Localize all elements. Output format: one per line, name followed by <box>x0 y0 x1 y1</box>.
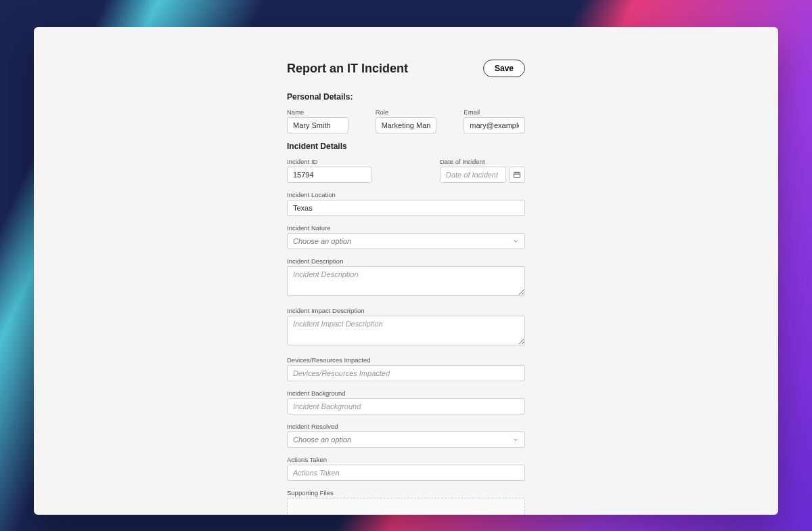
impact-textarea[interactable] <box>287 316 525 345</box>
incident-id-wrap: Incident ID <box>287 158 372 183</box>
email-label: Email <box>464 108 525 116</box>
nature-wrap: Incident Nature Choose an option <box>287 224 525 249</box>
save-button[interactable]: Save <box>483 60 525 77</box>
chevron-down-icon <box>512 238 519 245</box>
date-label: Date of Incident <box>440 158 525 165</box>
location-wrap: Incident Location <box>287 191 525 216</box>
page-title: Report an IT Incident <box>287 62 408 76</box>
calendar-button[interactable] <box>509 167 525 183</box>
nature-select-value: Choose an option <box>293 237 351 245</box>
impact-wrap: Incident Impact Description <box>287 307 525 348</box>
email-field-wrap: Email <box>464 108 525 133</box>
section-incident-title: Incident Details <box>287 142 525 151</box>
location-label: Incident Location <box>287 191 525 198</box>
actions-input[interactable] <box>287 465 525 481</box>
name-field-wrap: Name <box>287 108 348 133</box>
location-input[interactable] <box>287 200 525 216</box>
background-label: Incident Background <box>287 389 525 397</box>
role-label: Role <box>376 108 437 116</box>
resolved-select-value: Choose an option <box>293 436 351 444</box>
incident-id-input <box>287 167 372 183</box>
resolved-select[interactable]: Choose an option <box>287 431 525 448</box>
description-wrap: Incident Description <box>287 257 525 299</box>
background-wrap: Incident Background <box>287 389 525 415</box>
description-label: Incident Description <box>287 257 525 265</box>
date-input[interactable] <box>440 167 506 183</box>
name-input[interactable] <box>287 117 348 133</box>
section-personal-title: Personal Details: <box>287 92 525 102</box>
incident-id-label: Incident ID <box>287 158 372 165</box>
background-input[interactable] <box>287 398 525 415</box>
nature-label: Incident Nature <box>287 224 525 232</box>
files-label: Supporting Files <box>287 489 525 496</box>
files-wrap: Supporting Files Drag and drop your <box>287 489 525 515</box>
chevron-down-icon <box>512 436 519 443</box>
actions-wrap: Actions Taken <box>287 456 525 481</box>
impact-label: Incident Impact Description <box>287 307 525 314</box>
description-textarea[interactable] <box>287 266 525 296</box>
role-input[interactable] <box>376 117 437 133</box>
resolved-label: Incident Resolved <box>287 423 525 430</box>
file-dropzone[interactable]: Drag and drop your file Select a file to… <box>287 498 525 515</box>
date-wrap: Date of Incident <box>440 158 525 183</box>
form-container: Report an IT Incident Save Personal Deta… <box>287 27 525 515</box>
personal-row: Name Role Email <box>287 108 525 133</box>
svg-rect-0 <box>514 173 520 178</box>
email-input[interactable] <box>464 117 525 133</box>
devices-input[interactable] <box>287 365 525 381</box>
role-field-wrap: Role <box>376 108 437 133</box>
name-label: Name <box>287 108 348 116</box>
incident-id-date-row: Incident ID Date of Incident <box>287 158 525 183</box>
app-window: Report an IT Incident Save Personal Deta… <box>34 27 778 515</box>
actions-label: Actions Taken <box>287 456 525 463</box>
devices-wrap: Devices/Resources Impacted <box>287 356 525 381</box>
calendar-icon <box>513 171 521 179</box>
nature-select[interactable]: Choose an option <box>287 233 525 249</box>
header-row: Report an IT Incident Save <box>287 60 525 77</box>
resolved-wrap: Incident Resolved Choose an option <box>287 423 525 448</box>
devices-label: Devices/Resources Impacted <box>287 356 525 364</box>
scroll-area[interactable]: Report an IT Incident Save Personal Deta… <box>34 27 778 515</box>
